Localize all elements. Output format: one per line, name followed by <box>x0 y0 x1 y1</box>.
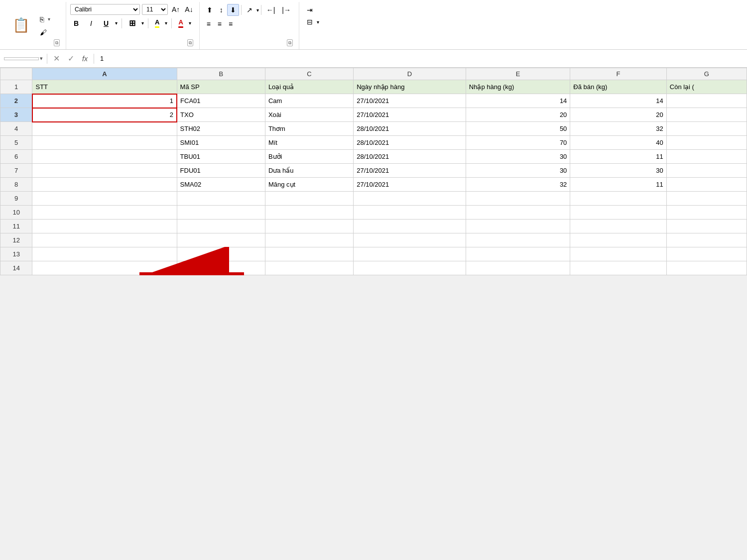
row-header-10[interactable]: 10 <box>0 206 32 220</box>
cell-r11-c4[interactable] <box>354 220 466 233</box>
align-middle-button[interactable]: ↕ <box>217 4 226 16</box>
fill-color-button[interactable]: A <box>152 17 162 29</box>
cell-r13-c2[interactable] <box>177 247 265 261</box>
row-header-8[interactable]: 8 <box>0 178 32 192</box>
cell-r4-c7[interactable] <box>666 122 747 136</box>
cell-r5-c1[interactable] <box>32 136 177 150</box>
col-header-E[interactable]: E <box>466 68 570 80</box>
cell-r4-c2[interactable]: STH02 <box>177 122 265 136</box>
angle-dropdown[interactable]: ▾ <box>256 7 259 13</box>
cell-r11-c3[interactable] <box>265 220 353 233</box>
format-painter-button[interactable]: 🖌 <box>36 27 54 38</box>
cell-r10-c3[interactable] <box>265 206 353 220</box>
cell-r5-c5[interactable]: 70 <box>466 136 570 150</box>
row-header-6[interactable]: 6 <box>0 150 32 164</box>
cell-r14-c2[interactable] <box>177 261 265 275</box>
cell-r3-c7[interactable] <box>666 108 747 122</box>
cell-ref-dropdown[interactable]: ▾ <box>40 55 43 62</box>
confirm-formula-button[interactable]: ✓ <box>66 53 76 64</box>
cell-r13-c7[interactable] <box>666 247 747 261</box>
cell-r7-c7[interactable] <box>666 164 747 178</box>
wrap-text-button[interactable]: ⇥ <box>303 4 375 16</box>
cell-r2-c5[interactable]: 14 <box>466 94 570 108</box>
cell-r6-c2[interactable]: TBU01 <box>177 150 265 164</box>
fill-color-dropdown[interactable]: ▾ <box>165 20 167 26</box>
cell-r7-c3[interactable]: Dưa hấu <box>265 164 353 178</box>
cell-r2-c4[interactable]: 27/10/2021 <box>354 94 466 108</box>
cell-r5-c6[interactable]: 40 <box>570 136 666 150</box>
cell-r2-c3[interactable]: Cam <box>265 94 353 108</box>
cell-r12-c2[interactable] <box>177 233 265 247</box>
border-button[interactable]: ⊞ <box>126 17 138 29</box>
indent-increase-button[interactable]: |→ <box>279 4 294 16</box>
row-header-3[interactable]: 3 <box>0 108 32 122</box>
cell-r13-c3[interactable] <box>265 247 353 261</box>
cell-r4-c6[interactable]: 32 <box>570 122 666 136</box>
cell-r9-c4[interactable] <box>354 192 466 206</box>
cell-r10-c2[interactable] <box>177 206 265 220</box>
cell-r2-c2[interactable]: FCA01 <box>177 94 265 108</box>
cell-r10-c6[interactable] <box>570 206 666 220</box>
cell-r1-c4[interactable]: Ngày nhập hàng <box>354 80 466 94</box>
cell-r14-c6[interactable] <box>570 261 666 275</box>
cell-r3-c4[interactable]: 27/10/2021 <box>354 108 466 122</box>
clipboard-expand-button[interactable]: ⧉ <box>54 39 60 46</box>
cell-r8-c1[interactable] <box>32 178 177 192</box>
cell-r12-c4[interactable] <box>354 233 466 247</box>
cell-r4-c5[interactable]: 50 <box>466 122 570 136</box>
font-size-select[interactable]: 11 <box>142 4 168 15</box>
cell-r2-c7[interactable] <box>666 94 747 108</box>
copy-dropdown-arrow[interactable]: ▾ <box>48 16 50 22</box>
cell-r12-c7[interactable] <box>666 233 747 247</box>
cell-r12-c3[interactable] <box>265 233 353 247</box>
cell-r1-c1[interactable]: STT <box>32 80 177 94</box>
cell-r3-c1[interactable]: 2 <box>32 108 177 122</box>
row-header-1[interactable]: 1 <box>0 80 32 94</box>
insert-function-button[interactable]: fx <box>80 54 90 63</box>
copy-button[interactable]: ⎘ ▾ <box>36 14 54 25</box>
cell-r7-c1[interactable] <box>32 164 177 178</box>
cell-r6-c3[interactable]: Bưởi <box>265 150 353 164</box>
cell-r7-c5[interactable]: 30 <box>466 164 570 178</box>
cell-r8-c2[interactable]: SMA02 <box>177 178 265 192</box>
cell-r12-c5[interactable] <box>466 233 570 247</box>
cell-r10-c4[interactable] <box>354 206 466 220</box>
cell-r10-c1[interactable] <box>32 206 177 220</box>
cell-r4-c1[interactable] <box>32 122 177 136</box>
cell-r9-c3[interactable] <box>265 192 353 206</box>
cell-r6-c7[interactable] <box>666 150 747 164</box>
col-header-A[interactable]: A <box>32 68 177 80</box>
cell-r2-c6[interactable]: 14 <box>570 94 666 108</box>
cell-r9-c7[interactable] <box>666 192 747 206</box>
row-header-4[interactable]: 4 <box>0 122 32 136</box>
cell-r7-c6[interactable]: 30 <box>570 164 666 178</box>
cell-r9-c5[interactable] <box>466 192 570 206</box>
cell-r8-c4[interactable]: 27/10/2021 <box>354 178 466 192</box>
cell-r14-c1[interactable] <box>32 261 177 275</box>
cell-r11-c2[interactable] <box>177 220 265 233</box>
align-center-button[interactable]: ≡ <box>215 18 225 30</box>
cell-r8-c5[interactable]: 32 <box>466 178 570 192</box>
cell-r5-c3[interactable]: Mít <box>265 136 353 150</box>
cell-r7-c4[interactable]: 27/10/2021 <box>354 164 466 178</box>
row-header-14[interactable]: 14 <box>0 261 32 275</box>
row-header-12[interactable]: 12 <box>0 233 32 247</box>
col-header-D[interactable]: D <box>354 68 466 80</box>
font-increase-button[interactable]: A↑ <box>170 4 182 14</box>
cell-r5-c4[interactable]: 28/10/2021 <box>354 136 466 150</box>
indent-decrease-button[interactable]: ←| <box>263 4 278 16</box>
paste-button[interactable]: 📋 <box>8 4 34 47</box>
align-top-button[interactable]: ⬆ <box>204 4 216 16</box>
merge-dropdown[interactable]: ▾ <box>317 19 319 25</box>
font-color-dropdown[interactable]: ▾ <box>189 20 191 26</box>
cell-r14-c4[interactable] <box>354 261 466 275</box>
cell-r3-c3[interactable]: Xoài <box>265 108 353 122</box>
row-header-2[interactable]: 2 <box>0 94 32 108</box>
cell-r8-c6[interactable]: 11 <box>570 178 666 192</box>
border-dropdown[interactable]: ▾ <box>141 20 144 26</box>
cell-r3-c6[interactable]: 20 <box>570 108 666 122</box>
col-header-C[interactable]: C <box>265 68 353 80</box>
underline-button[interactable]: U <box>100 18 112 29</box>
cell-r3-c5[interactable]: 20 <box>466 108 570 122</box>
cell-r10-c7[interactable] <box>666 206 747 220</box>
